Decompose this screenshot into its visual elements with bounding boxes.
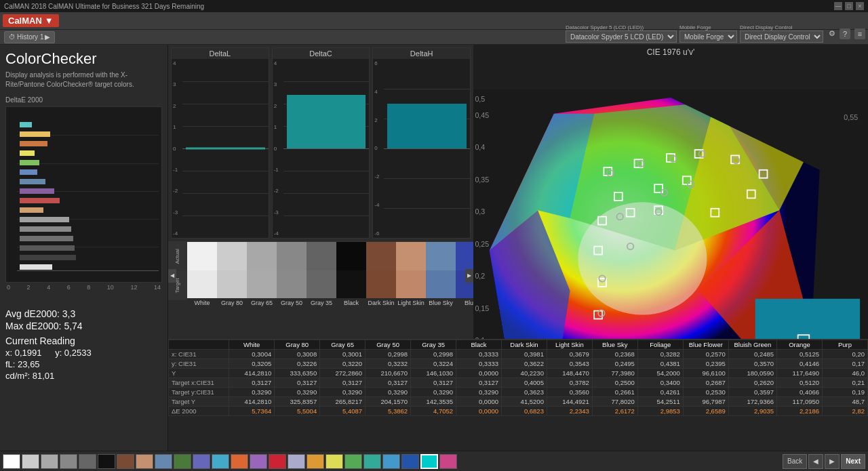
table-header-cell: Gray 80 xyxy=(275,340,320,350)
bottom-swatch-btn[interactable] xyxy=(41,454,58,469)
scroll-left-btn[interactable]: ◀ xyxy=(168,269,176,283)
delta-c-y-labels: 4 3 2 1 0 -1 -2 -3 -4 xyxy=(274,59,279,238)
table-cell: 5,7364 xyxy=(229,407,275,416)
data-table: WhiteGray 80Gray 65Gray 50Gray 35BlackDa… xyxy=(168,340,868,416)
table-cell: 2,9035 xyxy=(728,407,776,416)
svg-text:0,55: 0,55 xyxy=(844,113,858,121)
scroll-right-btn[interactable]: ▶ xyxy=(465,269,473,283)
bar-fill xyxy=(20,122,32,127)
swatch-column[interactable]: Gray 80 xyxy=(217,242,247,309)
next-button[interactable]: Next xyxy=(841,454,865,469)
device-selector-2: Mobile Forge Mobile Forge xyxy=(679,24,737,43)
bottom-swatch-btn[interactable] xyxy=(212,454,229,469)
table-header-cell: White xyxy=(229,340,275,350)
table-cell: 117,0950 xyxy=(777,397,823,407)
logo-text: CalMAN xyxy=(8,16,42,26)
bottom-swatch-btn[interactable] xyxy=(344,454,362,469)
table-cell: 0,3597 xyxy=(728,388,776,397)
bottom-swatch-btn[interactable] xyxy=(231,454,248,469)
bottom-swatch-btn[interactable] xyxy=(439,454,457,469)
help-icon[interactable]: ? xyxy=(840,28,850,39)
bar-row xyxy=(20,206,159,213)
bottom-swatch-btn[interactable] xyxy=(155,454,172,469)
prev-nav-btn[interactable]: ◀ xyxy=(808,454,823,469)
table-cell: 0,3290 xyxy=(411,388,456,397)
bottom-swatch-btn[interactable] xyxy=(382,454,400,469)
bottom-swatch-btn[interactable] xyxy=(307,454,324,469)
table-cell: 0,2495 xyxy=(592,359,637,369)
bottom-swatch-btn[interactable] xyxy=(326,454,343,469)
delta-l-area: 4 3 2 1 0 -1 -2 -3 -4 xyxy=(172,59,269,238)
bottom-swatch-btn[interactable] xyxy=(136,454,153,469)
swatch-column[interactable]: Black xyxy=(336,242,366,309)
calman-logo[interactable]: CalMAN ▼ xyxy=(3,14,59,27)
device-2-select[interactable]: Mobile Forge xyxy=(679,30,737,43)
fl-value: fL: 23,65 xyxy=(5,359,40,369)
history-button[interactable]: ⏱ History 1 ▶ xyxy=(4,31,55,43)
table-body: x: CIE310,30040,30080,30010,29980,29980,… xyxy=(169,350,868,416)
bottom-swatch-btn[interactable] xyxy=(117,454,134,469)
swatch-column[interactable]: Gray 65 xyxy=(247,242,277,309)
delta-l-content xyxy=(182,59,269,238)
swatch-column[interactable]: Dark Skin xyxy=(366,242,396,309)
table-cell: 0,2661 xyxy=(592,388,637,397)
table-cell: 0,3232 xyxy=(366,359,411,369)
bottom-swatch-btn[interactable] xyxy=(60,454,77,469)
table-cell: 0,5125 xyxy=(777,350,823,359)
device-3-select[interactable]: Direct Display Control xyxy=(740,30,823,43)
table-header-cell: Foliage xyxy=(637,340,683,350)
next-nav-btn[interactable]: ▶ xyxy=(825,454,840,469)
table-cell: 414,2810 xyxy=(229,369,275,378)
bar-fill xyxy=(20,141,47,146)
swatch-column[interactable]: Gray 50 xyxy=(277,242,307,309)
bottom-swatch-btn[interactable] xyxy=(401,454,419,469)
table-cell: 0,2500 xyxy=(592,378,637,388)
swatches-scroll[interactable]: WhiteGray 80Gray 65Gray 50Gray 35BlackDa… xyxy=(187,242,473,309)
settings-icon[interactable]: ⚙ xyxy=(829,29,835,38)
close-btn[interactable]: × xyxy=(856,2,864,10)
bottom-swatch-btn[interactable] xyxy=(269,454,286,469)
swatch-target xyxy=(277,270,307,299)
bottom-swatch-btn[interactable] xyxy=(250,454,267,469)
bar-fill xyxy=(20,217,69,222)
table-cell: 0,3290 xyxy=(275,388,320,397)
bottom-swatch-btn[interactable] xyxy=(3,454,20,469)
bottom-swatch-btn[interactable] xyxy=(79,454,96,469)
bottom-swatch-btn[interactable] xyxy=(22,454,39,469)
minimize-btn[interactable]: — xyxy=(834,2,842,10)
table-cell: 0,3224 xyxy=(411,359,456,369)
table-cell: 0,3333 xyxy=(456,359,502,369)
bar-fill xyxy=(20,169,37,175)
swatch-column[interactable]: Light Skin xyxy=(396,242,426,309)
bottom-swatch-btn[interactable] xyxy=(98,454,115,469)
table-cell: 2,82 xyxy=(823,407,868,416)
fl-values: fL: 23,65 xyxy=(5,359,162,369)
swatch-column[interactable]: White xyxy=(187,242,217,309)
table-cell: 0,3560 xyxy=(547,388,592,397)
table-header-cell: Bluish Green xyxy=(728,340,776,350)
swatch-column[interactable]: Blue Sky xyxy=(426,242,456,309)
bottom-swatch-btn[interactable] xyxy=(288,454,305,469)
table-cell: 0,3205 xyxy=(229,359,275,369)
swatch-actual xyxy=(456,242,473,270)
extra-icon[interactable]: ≡ xyxy=(854,28,865,39)
maximize-btn[interactable]: □ xyxy=(845,2,853,10)
swatch-column[interactable]: Gray 35 xyxy=(307,242,336,309)
swatch-target xyxy=(396,270,426,299)
table-cell: 0,2570 xyxy=(683,350,728,359)
bottom-swatch-btn[interactable] xyxy=(193,454,210,469)
table-cell: 0,3782 xyxy=(547,378,592,388)
table-cell: 0,3282 xyxy=(637,350,683,359)
table-cell: 5,4087 xyxy=(320,407,366,416)
bar-row xyxy=(20,130,159,138)
title-bar-controls[interactable]: — □ × xyxy=(834,2,864,10)
back-button[interactable]: Back xyxy=(783,454,807,469)
swatch-label: Gray 50 xyxy=(277,298,307,309)
bottom-swatch-btn[interactable] xyxy=(420,454,438,469)
table-header-cell: Blue Sky xyxy=(592,340,637,350)
bar-row xyxy=(20,253,159,261)
device-1-select[interactable]: Datacolor Spyder 5 LCD (LED) xyxy=(566,30,677,43)
bottom-swatch-btn[interactable] xyxy=(363,454,381,469)
bottom-swatch-btn[interactable] xyxy=(174,454,191,469)
table-header-cell: Orange xyxy=(777,340,823,350)
